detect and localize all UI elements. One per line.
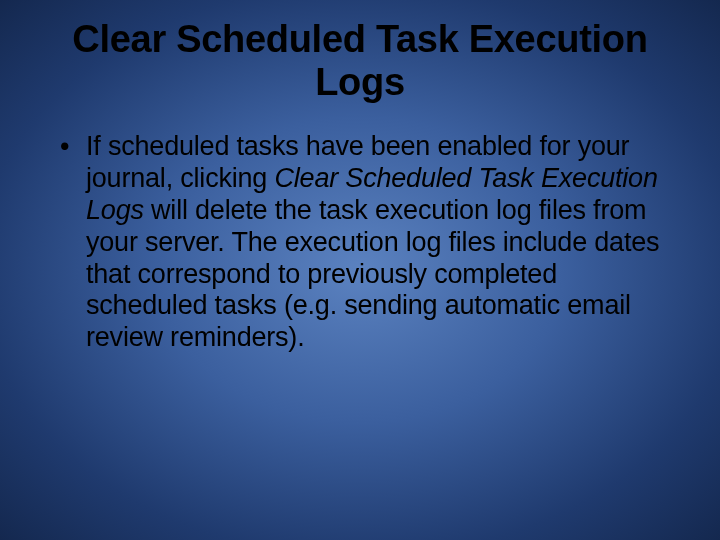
slide-body: If scheduled tasks have been enabled for…: [58, 131, 662, 354]
bullet-list: If scheduled tasks have been enabled for…: [58, 131, 662, 354]
bullet-item: If scheduled tasks have been enabled for…: [58, 131, 662, 354]
bullet-text-part2: will delete the task execution log files…: [86, 195, 659, 352]
slide: Clear Scheduled Task Execution Logs If s…: [0, 0, 720, 540]
slide-title: Clear Scheduled Task Execution Logs: [58, 18, 662, 103]
